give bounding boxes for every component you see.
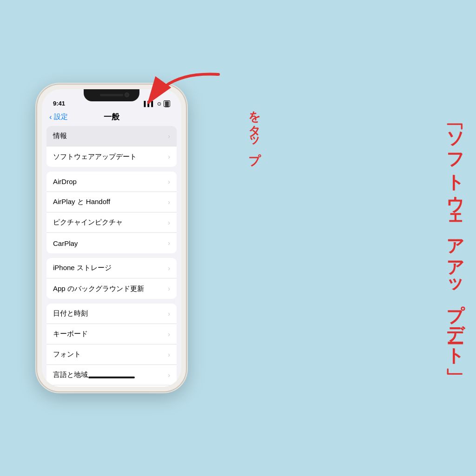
settings-label-datetime: 日付と時刻 (53, 309, 88, 318)
settings-label-storage: iPhone ストレージ (53, 264, 112, 272)
wifi-icon: ⊙ (157, 101, 161, 107)
battery-icon: ▓ (164, 100, 170, 107)
settings-row-carplay[interactable]: CarPlay › (46, 233, 177, 253)
settings-row-keyboard[interactable]: キーボード › (46, 324, 177, 344)
settings-row-pip[interactable]: ピクチャインピクチャ › (46, 212, 177, 233)
camera (125, 93, 129, 97)
settings-label-language: 言語と地域 (53, 370, 88, 379)
status-icons: ▌▌▌ ⊙ ▓ (144, 100, 170, 107)
side-annotation: 「ソフトウェアアップデート」 (445, 37, 464, 439)
tap-instruction: をタップ (246, 102, 263, 159)
tap-text: をタップ (246, 102, 263, 158)
chevron-font-icon: › (168, 351, 170, 358)
chevron-carplay-icon: › (168, 239, 170, 247)
settings-group-3: iPhone ストレージ › App のバックグラウンド更新 › (46, 258, 177, 299)
settings-group-2: AirDrop › AirPlay と Handoff › ピクチャインピクチャ… (46, 172, 177, 253)
settings-row-datetime[interactable]: 日付と時刻 › (46, 304, 177, 324)
settings-row-software-update[interactable]: ソフトウェアアップデート › (46, 146, 177, 167)
scene: 9:41 ▌▌▌ ⊙ ▓ ‹ 設定 一般 (0, 0, 476, 476)
settings-label-carplay: CarPlay (53, 239, 78, 247)
settings-row-airdrop[interactable]: AirDrop › (46, 172, 177, 192)
signal-icon: ▌▌▌ (144, 101, 155, 106)
status-time: 9:41 (53, 100, 65, 107)
back-chevron-icon: ‹ (49, 113, 52, 121)
chevron-background-icon: › (168, 285, 170, 292)
chevron-language-icon: › (168, 371, 170, 379)
settings-row-language[interactable]: 言語と地域 › (46, 365, 177, 385)
settings-group-4: 日付と時刻 › キーボード › フォント › 言語と地域 › (46, 304, 177, 387)
chevron-storage-icon: › (168, 264, 170, 272)
speaker (100, 94, 123, 96)
settings-label-font: フォント (53, 350, 81, 359)
settings-row-joho[interactable]: 情報 › (46, 126, 177, 146)
settings-label-pip: ピクチャインピクチャ (53, 218, 123, 227)
settings-row-dictionary[interactable]: 辞書 › (46, 385, 177, 387)
home-indicator (88, 377, 135, 378)
chevron-airplay-icon: › (168, 198, 170, 206)
settings-label-background: App のバックグラウンド更新 (53, 284, 144, 293)
chevron-airdrop-icon: › (168, 178, 170, 185)
settings-label-airplay-handoff: AirPlay と Handoff (53, 198, 110, 206)
settings-label-joho: 情報 (53, 132, 67, 140)
chevron-pip-icon: › (168, 219, 170, 226)
notch (84, 89, 139, 101)
iphone-frame: 9:41 ▌▌▌ ⊙ ▓ ‹ 設定 一般 (37, 85, 186, 391)
page-title: 一般 (104, 112, 119, 122)
settings-row-font[interactable]: フォント › (46, 344, 177, 365)
back-button[interactable]: ‹ 設定 (49, 112, 68, 121)
settings-label-software-update: ソフトウェアアップデート (53, 152, 137, 161)
settings-row-background[interactable]: App のバックグラウンド更新 › (46, 278, 177, 299)
settings-label-airdrop: AirDrop (53, 178, 77, 185)
side-annotation-text: 「ソフトウェアアップデート」 (445, 118, 464, 358)
settings-row-airplay-handoff[interactable]: AirPlay と Handoff › (46, 192, 177, 212)
iphone-screen: 9:41 ▌▌▌ ⊙ ▓ ‹ 設定 一般 (42, 89, 181, 387)
chevron-keyboard-icon: › (168, 331, 170, 338)
back-label: 設定 (54, 112, 68, 121)
nav-bar: ‹ 設定 一般 (42, 110, 181, 126)
chevron-software-icon: › (168, 153, 170, 160)
settings-content: 情報 › ソフトウェアアップデート › AirDrop › AirP (42, 126, 181, 387)
settings-label-keyboard: キーボード (53, 330, 88, 338)
settings-group-1: 情報 › ソフトウェアアップデート › (46, 126, 177, 167)
settings-row-storage[interactable]: iPhone ストレージ › (46, 258, 177, 278)
chevron-joho-icon: › (168, 132, 170, 140)
chevron-datetime-icon: › (168, 310, 170, 317)
